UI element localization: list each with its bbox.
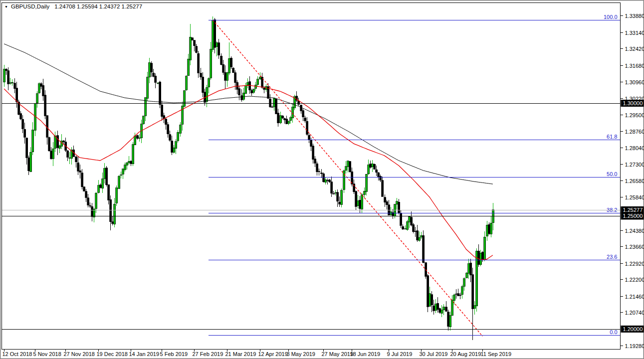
candle-body <box>245 86 247 94</box>
candle-body <box>249 82 251 90</box>
candle-body <box>57 136 59 148</box>
candle-body <box>470 263 472 275</box>
price-chart-canvas[interactable]: 100.061.850.038.223.60.01.338801.331401.… <box>0 0 644 359</box>
candle-body <box>192 38 194 40</box>
candle-body <box>186 76 188 90</box>
candle-body <box>292 107 294 118</box>
candle-body <box>108 184 110 200</box>
candle-body <box>331 182 333 193</box>
candle-body <box>28 158 30 171</box>
candle-body <box>337 192 339 201</box>
candle-body <box>230 58 232 67</box>
candle-body <box>243 93 245 99</box>
price-axis-label: 1.29500 <box>625 112 644 118</box>
candle-body <box>398 202 400 213</box>
candle-body <box>110 199 112 222</box>
time-axis-label: 12 Apr 2019 <box>258 351 288 357</box>
candle-body <box>218 43 220 55</box>
candle-body <box>247 82 249 85</box>
candle-body <box>376 170 378 173</box>
candle-body <box>118 176 120 188</box>
price-axis-label: 1.21460 <box>625 294 644 300</box>
symbol-info-bar[interactable]: ▼GBPUSD,Daily1.24708 1.25594 1.24372 1.2… <box>4 2 142 10</box>
fib-label-23.6: 23.6 <box>607 254 617 260</box>
candle-body <box>347 161 349 167</box>
candle-body <box>374 164 376 169</box>
candle-body <box>95 193 97 208</box>
candle-body <box>431 295 433 305</box>
candle-body <box>255 85 257 88</box>
candle-body <box>449 316 451 327</box>
candle-body <box>388 205 390 215</box>
candle-body <box>474 306 476 309</box>
candle-body <box>98 185 100 192</box>
candle-body <box>468 264 470 274</box>
candle-body <box>372 164 374 167</box>
candle-body <box>216 43 218 47</box>
fib-label-50.0: 50.0 <box>607 171 617 177</box>
window-background <box>0 0 644 359</box>
candle-body <box>169 135 171 140</box>
time-axis-label: 5 Nov 2018 <box>33 351 61 357</box>
candle-body <box>400 213 402 225</box>
candle-body <box>306 121 308 134</box>
price-tag-text: 1.25277 <box>623 207 643 213</box>
candle-body <box>42 85 44 96</box>
candle-body <box>368 165 370 174</box>
candle-body <box>325 180 327 182</box>
candle-body <box>269 99 271 107</box>
candle-body <box>275 99 277 114</box>
candle-body <box>349 162 351 172</box>
candle-body <box>339 202 341 204</box>
candle-body <box>134 136 136 145</box>
candle-body <box>284 119 286 120</box>
candle-body <box>447 312 449 327</box>
candle-body <box>128 161 130 163</box>
candle-body <box>89 205 91 206</box>
candle-body <box>415 231 417 232</box>
candle-body <box>36 94 38 103</box>
candle-body <box>378 173 380 177</box>
candle-body <box>149 63 151 77</box>
candle-body <box>200 73 202 77</box>
price-tag-text: 1.20000 <box>623 326 643 332</box>
candle-body <box>407 221 409 229</box>
candle-body <box>5 69 7 71</box>
candle-body <box>271 107 273 107</box>
price-axis-label: 1.30960 <box>625 79 644 85</box>
candle-body <box>126 163 128 165</box>
price-axis-label: 1.33140 <box>625 30 644 36</box>
time-axis-label: 18 Jun 2019 <box>350 351 381 357</box>
candle-body <box>224 72 226 80</box>
candle-body <box>228 58 230 73</box>
symbol-dropdown-icon[interactable]: ▼ <box>4 5 8 8</box>
candle-body <box>40 84 42 86</box>
candle-body <box>26 138 28 158</box>
price-axis-label: 1.28040 <box>625 145 644 151</box>
candle-body <box>155 76 157 82</box>
candle-body <box>137 136 139 139</box>
candle-body <box>384 197 386 202</box>
candle-body <box>77 163 79 171</box>
candle-body <box>472 275 474 309</box>
candle-body <box>54 136 56 148</box>
candle-body <box>341 190 343 204</box>
time-axis-label: 27 May 2019 <box>322 351 354 357</box>
candle-body <box>198 53 200 73</box>
price-axis-label: 1.24380 <box>625 228 644 234</box>
candle-body <box>308 135 310 140</box>
candle-body <box>370 164 372 168</box>
candle-body <box>318 172 320 172</box>
candle-body <box>184 91 186 107</box>
candle-body <box>206 87 208 101</box>
candle-body <box>120 175 122 176</box>
candle-body <box>87 198 89 205</box>
candle-body <box>116 188 118 203</box>
candle-body <box>343 171 345 189</box>
candle-body <box>405 229 407 229</box>
candle-body <box>488 224 490 233</box>
candle-body <box>226 73 228 81</box>
candle-body <box>147 77 149 98</box>
candle-body <box>159 82 161 104</box>
price-axis-label: 1.20740 <box>625 310 644 316</box>
